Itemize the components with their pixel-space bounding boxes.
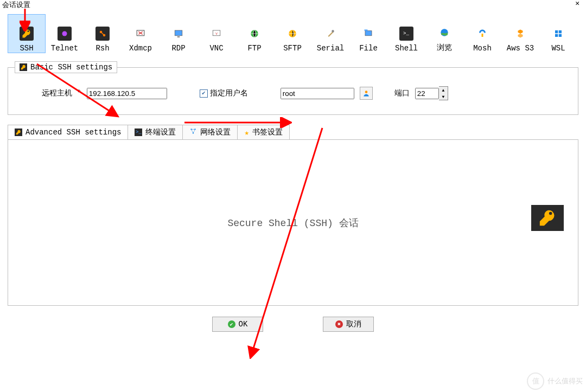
protocol-vnc[interactable]: V VNC — [198, 14, 235, 53]
specify-user-checkbox[interactable]: ✔ 指定用户名 — [200, 88, 248, 98]
tab-network[interactable]: 网络设置 — [182, 125, 238, 139]
svg-rect-11 — [365, 31, 372, 36]
svg-point-10 — [332, 30, 334, 33]
file-icon — [361, 27, 375, 41]
protocol-label: File — [359, 44, 378, 53]
wsl-icon — [551, 27, 565, 41]
ssh-key-button[interactable] — [531, 205, 564, 231]
browse-icon — [437, 25, 451, 40]
protocol-awss3[interactable]: Aws S3 — [501, 14, 539, 53]
terminal-icon: >_ — [135, 128, 142, 136]
port-label: 端口 — [394, 88, 410, 98]
tab-terminal[interactable]: >_ 终端设置 — [128, 125, 183, 139]
protocol-telnet[interactable]: Telnet — [46, 14, 84, 53]
svg-rect-4 — [175, 30, 182, 36]
svg-rect-5 — [177, 36, 180, 37]
tab-label: 书签设置 — [252, 127, 283, 137]
network-icon — [189, 127, 197, 137]
svg-rect-17 — [559, 30, 562, 33]
protocol-label: Shell — [395, 44, 418, 53]
rsh-icon — [95, 27, 110, 41]
protocol-label: WSL — [551, 44, 565, 53]
vnc-icon: V — [209, 27, 224, 41]
protocol-label: FTP — [247, 44, 261, 53]
protocol-xdmcp[interactable]: Xdmcp — [122, 14, 160, 53]
svg-point-0 — [62, 31, 67, 36]
protocol-label: Serial — [317, 44, 344, 53]
user-picker-button[interactable] — [360, 87, 373, 100]
mosh-icon — [475, 27, 489, 41]
svg-rect-19 — [559, 34, 562, 37]
protocol-rdp[interactable]: RDP — [160, 14, 198, 53]
watermark: 值 什么值得买 — [527, 372, 583, 390]
svg-text:V: V — [215, 32, 218, 36]
awss3-icon — [513, 27, 527, 41]
tab-content: Secure Shell (SSH) 会话 — [8, 139, 578, 306]
tab-bookmark[interactable]: ★ 书签设置 — [237, 125, 289, 139]
key-icon — [538, 209, 557, 227]
star-icon: ★ — [244, 128, 249, 137]
protocol-wsl[interactable]: WSL — [539, 14, 577, 53]
rdp-icon — [171, 27, 186, 41]
sftp-icon — [285, 27, 300, 41]
username-input[interactable] — [281, 88, 354, 99]
ftp-icon — [247, 27, 262, 41]
protocol-label: Rsh — [95, 44, 109, 53]
protocol-serial[interactable]: Serial — [311, 14, 349, 53]
tab-label: 终端设置 — [145, 127, 176, 137]
protocol-label: SFTP — [283, 44, 302, 53]
ok-label: OK — [239, 320, 248, 329]
port-input[interactable] — [415, 88, 439, 99]
checkbox-icon: ✔ — [200, 89, 208, 98]
protocol-ssh[interactable]: SSH — [8, 14, 46, 53]
cancel-label: 取消 — [346, 319, 361, 329]
protocol-label: Mosh — [473, 44, 492, 53]
watermark-text: 什么值得买 — [547, 376, 583, 386]
person-icon — [362, 89, 370, 97]
svg-text:>_: >_ — [403, 31, 409, 36]
remote-host-input[interactable] — [87, 88, 167, 99]
tab-label: 网络设置 — [200, 127, 231, 137]
key-icon — [20, 63, 27, 71]
port-stepper[interactable]: ▲▼ — [415, 86, 448, 100]
svg-rect-18 — [555, 34, 558, 37]
protocol-file[interactable]: File — [349, 14, 387, 53]
protocol-mosh[interactable]: Mosh — [463, 14, 501, 53]
protocol-rsh[interactable]: Rsh — [84, 14, 122, 53]
protocol-label: 浏览 — [437, 43, 452, 53]
ok-icon: ✔ — [228, 320, 235, 328]
protocol-ftp[interactable]: FTP — [235, 14, 273, 53]
protocol-sftp[interactable]: SFTP — [273, 14, 311, 53]
shell-icon: >_ — [399, 27, 413, 41]
basic-ssh-legend: Basic SSH settings — [15, 61, 117, 73]
protocol-label: Aws S3 — [507, 44, 534, 53]
port-spinner[interactable]: ▲▼ — [439, 86, 448, 100]
protocol-label: RDP — [171, 44, 185, 53]
remote-host-label: 远程主机 * — [42, 88, 81, 98]
protocol-label: Xdmcp — [129, 44, 152, 53]
protocol-browse[interactable]: 浏览 — [425, 14, 463, 53]
key-icon — [15, 128, 22, 136]
telnet-icon — [58, 27, 72, 41]
xdmcp-icon — [133, 27, 148, 41]
protocol-label: VNC — [209, 44, 223, 53]
ok-button[interactable]: ✔ OK — [212, 317, 263, 332]
tab-advanced-ssh[interactable]: Advanced SSH settings — [8, 125, 128, 139]
ssh-icon — [20, 27, 34, 41]
svg-rect-16 — [555, 30, 558, 33]
cancel-button[interactable]: ✖ 取消 — [323, 317, 374, 332]
window-title: 会话设置 — [2, 0, 30, 10]
protocol-shell[interactable]: >_ Shell — [387, 14, 425, 53]
serial-icon — [323, 27, 337, 41]
svg-point-20 — [365, 91, 367, 93]
basic-ssh-legend-text: Basic SSH settings — [30, 63, 112, 72]
protocol-label: SSH — [20, 44, 33, 53]
tab-label: Advanced SSH settings — [26, 128, 121, 137]
watermark-icon: 值 — [527, 372, 544, 390]
svg-rect-15 — [482, 34, 483, 37]
protocol-toolbar: SSH Telnet Rsh Xdmcp RDP V VNC FTP SFTP — [0, 10, 586, 63]
cancel-icon: ✖ — [335, 320, 343, 328]
close-icon[interactable]: ✕ — [571, 0, 584, 8]
settings-tabs: Advanced SSH settings >_ 终端设置 网络设置 ★ 书签设… — [8, 125, 578, 139]
specify-user-label: 指定用户名 — [210, 88, 248, 98]
